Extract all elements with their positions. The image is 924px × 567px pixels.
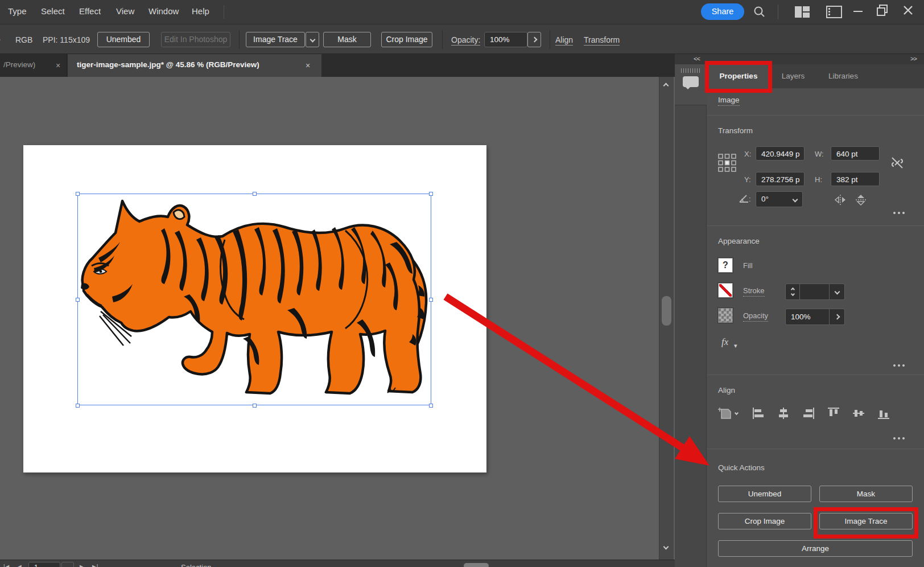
mask-quick-button[interactable]: Mask (819, 486, 913, 502)
tab-close-icon[interactable]: × (56, 61, 60, 70)
next-artboard-icon[interactable]: ▶ (80, 564, 84, 567)
scroll-down-icon[interactable] (663, 544, 669, 550)
stroke-weight-stepper[interactable] (785, 284, 800, 300)
scrollbar-thumb[interactable] (662, 296, 671, 326)
document-tab-inactive[interactable]: /Preview) × (0, 54, 67, 77)
tab-libraries[interactable]: Libraries (816, 64, 871, 88)
stroke-weight-input[interactable] (800, 284, 830, 300)
rotation-dropdown[interactable] (788, 191, 803, 207)
align-vertical-center-icon[interactable] (852, 407, 865, 420)
scroll-up-icon[interactable] (663, 83, 669, 89)
align-link[interactable]: Align (555, 35, 573, 46)
drag-handle-icon[interactable] (681, 68, 700, 73)
opacity-swatch[interactable] (718, 308, 733, 323)
align-horizontal-center-icon[interactable] (777, 407, 790, 420)
selection-handle[interactable] (253, 192, 257, 196)
mask-button[interactable]: Mask (323, 32, 371, 47)
menu-select[interactable]: Select (41, 6, 65, 16)
workspace-layout-icon[interactable] (794, 6, 810, 18)
stroke-link[interactable]: Stroke (743, 286, 765, 297)
search-icon[interactable] (752, 5, 767, 19)
last-artboard-icon[interactable]: ▶| (92, 564, 98, 567)
rotation-input[interactable]: 0° (756, 191, 789, 207)
tab-layers[interactable]: Layers (770, 64, 816, 88)
arrange-quick-button[interactable]: Arrange (718, 540, 913, 557)
minimize-button[interactable] (852, 7, 864, 16)
y-input[interactable]: 278.2756 p (756, 172, 805, 186)
align-left-icon[interactable] (752, 407, 765, 420)
stroke-weight-dropdown[interactable] (830, 284, 845, 300)
opacity-input[interactable]: 100% (785, 309, 830, 325)
more-options-icon[interactable] (893, 437, 905, 439)
control-divider (442, 30, 443, 49)
horizontal-scrollbar-thumb[interactable] (464, 563, 489, 567)
flip-vertical-icon[interactable] (855, 194, 867, 206)
menu-window[interactable]: Window (148, 6, 179, 16)
unembed-button[interactable]: Unembed (97, 32, 150, 47)
panel-collapse-icon[interactable]: << (694, 55, 700, 62)
align-right-icon[interactable] (802, 407, 815, 420)
opacity-link[interactable]: Opacity (743, 311, 768, 322)
canvas-area[interactable] (0, 77, 675, 560)
selection-handle[interactable] (429, 192, 433, 196)
opacity-step-button[interactable] (830, 309, 845, 325)
opacity-step-button[interactable] (527, 32, 541, 47)
align-bottom-icon[interactable] (877, 407, 890, 420)
fx-effects-button[interactable]: fx (721, 336, 728, 348)
image-trace-dropdown[interactable] (306, 32, 319, 47)
menu-effect[interactable]: Effect (79, 6, 101, 16)
selection-handle[interactable] (76, 404, 80, 408)
transform-section-title: Transform (718, 126, 753, 135)
control-divider (550, 30, 550, 49)
selection-bounding-box[interactable] (77, 194, 431, 405)
artboard-number-field[interactable]: 1 (28, 562, 60, 567)
selection-handle[interactable] (76, 192, 80, 196)
y-label: Y: (744, 175, 751, 184)
chevron-down-icon (793, 196, 798, 202)
menu-help[interactable]: Help (192, 6, 209, 16)
reference-point-icon[interactable] (718, 154, 736, 172)
crop-image-button[interactable]: Crop Image (381, 32, 432, 47)
image-trace-button[interactable]: Image Trace (246, 32, 305, 47)
chevron-down-icon[interactable] (735, 411, 739, 415)
restore-button[interactable] (876, 4, 889, 17)
selected-object-type[interactable]: Image (718, 96, 740, 106)
align-top-icon[interactable] (827, 407, 840, 420)
opacity-link[interactable]: Opacity: (451, 35, 480, 46)
selection-handle[interactable] (429, 298, 433, 302)
panel-switch-icon[interactable] (826, 6, 842, 18)
menu-type[interactable]: Type (8, 6, 27, 16)
fill-swatch[interactable]: ? (718, 258, 733, 273)
selection-handle[interactable] (429, 404, 433, 408)
menu-view[interactable]: View (116, 6, 134, 16)
stroke-swatch[interactable] (718, 283, 733, 298)
transform-link[interactable]: Transform (584, 35, 620, 46)
more-options-icon[interactable] (893, 364, 905, 367)
opacity-input[interactable]: 100% (484, 32, 527, 47)
share-button[interactable]: Share (701, 3, 744, 20)
unembed-quick-button[interactable]: Unembed (718, 486, 811, 502)
flip-horizontal-icon[interactable] (834, 194, 847, 206)
panel-expand-icon[interactable]: >> (910, 55, 917, 62)
tab-close-icon[interactable]: × (306, 61, 310, 70)
prev-artboard-icon[interactable]: ◀ (17, 564, 22, 567)
w-input[interactable]: 640 pt (831, 146, 880, 161)
control-bar: Image RGB PPI: 115x109 Unembed Edit In P… (0, 24, 924, 54)
h-input[interactable]: 382 pt (831, 172, 880, 186)
document-tab-label: /Preview) (3, 60, 35, 69)
w-label: W: (815, 150, 824, 158)
close-button[interactable] (902, 5, 914, 16)
crop-image-quick-button[interactable]: Crop Image (718, 513, 811, 529)
document-tab-active[interactable]: tiger-image-sample.jpg* @ 45.86 % (RGB/P… (68, 54, 321, 77)
x-input[interactable]: 420.9449 p (756, 146, 805, 161)
selection-handle[interactable] (253, 404, 257, 408)
constrain-proportions-icon[interactable] (890, 155, 905, 170)
selection-handle[interactable] (76, 298, 80, 302)
vertical-scrollbar[interactable] (659, 77, 674, 560)
comments-panel-button[interactable] (675, 64, 707, 105)
more-options-icon[interactable] (893, 212, 905, 214)
document-tab-bar: /Preview) × tiger-image-sample.jpg* @ 45… (0, 54, 675, 77)
first-artboard-icon[interactable]: |◀ (3, 564, 9, 567)
align-to-dropdown[interactable] (718, 407, 733, 421)
artboard-dropdown[interactable] (61, 562, 74, 567)
